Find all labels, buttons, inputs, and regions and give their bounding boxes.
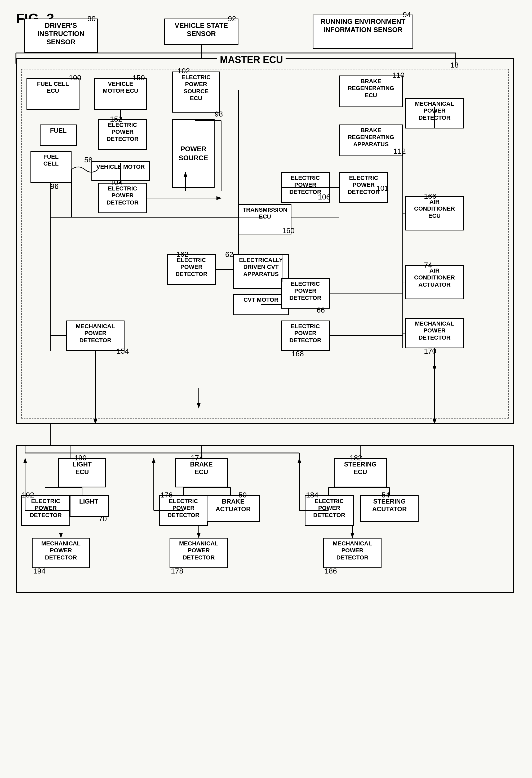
fuel-cell-ecu: FUEL CELLECU bbox=[26, 78, 79, 110]
page: FIG. 3 DRIVER'SINSTRUCTIONSENSOR 90 VEHI… bbox=[0, 0, 532, 778]
ref-94: 94 bbox=[403, 11, 411, 19]
steering-actuator: STEERINGACUTATOR bbox=[360, 495, 419, 522]
brake-ecu: BRAKEECU bbox=[175, 458, 228, 487]
ref-186: 186 bbox=[324, 567, 337, 575]
ref-190: 190 bbox=[74, 454, 87, 462]
ref-166: 166 bbox=[424, 192, 436, 201]
mechanical-power-detector-top: MECHANICALPOWERDETECTOR bbox=[405, 98, 464, 129]
ref-176: 176 bbox=[160, 491, 173, 499]
vehicle-motor: VEHICLE MOTOR bbox=[91, 161, 150, 181]
electric-power-detector-162: ELECTRICPOWERDETECTOR bbox=[167, 254, 216, 285]
mechanical-power-detector-air: MECHANICALPOWERDETECTOR bbox=[405, 318, 464, 348]
electric-power-source-ecu: ELECTRICPOWERSOURCEECU bbox=[172, 72, 220, 112]
ref-50: 50 bbox=[238, 491, 247, 499]
ref-102: 102 bbox=[177, 67, 190, 75]
ref-106: 106 bbox=[318, 193, 330, 201]
cvt-motor: CVT MOTOR bbox=[233, 294, 289, 315]
ref-154: 154 bbox=[117, 347, 129, 356]
ref-110: 110 bbox=[392, 71, 404, 79]
brake-actuator: BRAKEACTUATOR bbox=[207, 495, 260, 522]
mechanical-power-detector-154: MECHANICALPOWERDETECTOR bbox=[66, 320, 125, 351]
ref-178: 178 bbox=[171, 567, 183, 575]
ref-104: 104 bbox=[110, 178, 123, 187]
ref-96: 96 bbox=[50, 182, 59, 191]
ref-150: 150 bbox=[133, 74, 145, 82]
electric-power-detector-168: ELECTRICPOWERDETECTOR bbox=[281, 320, 330, 351]
ref-168: 168 bbox=[291, 349, 304, 358]
mechanical-power-detector-186: MECHANICALPOWERDETECTOR bbox=[323, 538, 382, 568]
air-conditioner-ecu: AIRCONDITIONERECU bbox=[405, 196, 464, 230]
ref-162: 162 bbox=[176, 250, 188, 258]
light-box: LIGHT bbox=[69, 495, 108, 517]
electrically-driven-cvt: ELECTRICALLYDRIVEN CVTAPPARATUS bbox=[233, 254, 289, 289]
driver-instruction-sensor: DRIVER'SINSTRUCTIONSENSOR bbox=[24, 18, 98, 53]
ref-90: 90 bbox=[87, 15, 96, 23]
ref-194: 194 bbox=[33, 567, 46, 575]
ref-170: 170 bbox=[424, 347, 436, 356]
ref-92: 92 bbox=[228, 15, 236, 23]
ref-70: 70 bbox=[98, 515, 107, 523]
ref-74: 74 bbox=[424, 261, 432, 269]
ref-98: 98 bbox=[215, 110, 223, 119]
ref-160: 160 bbox=[282, 227, 295, 235]
ref-66: 66 bbox=[317, 306, 325, 314]
electric-power-detector-184: ELECTRICPOWERDETECTOR bbox=[305, 495, 354, 526]
power-source: POWERSOURCE bbox=[172, 119, 215, 188]
fuel-cell-box: FUELCELL bbox=[30, 151, 72, 183]
electric-power-detector-66: ELECTRICPOWERDETECTOR bbox=[281, 278, 330, 309]
vehicle-state-sensor: VEHICLE STATESENSOR bbox=[164, 18, 238, 45]
brake-regenerating-apparatus: BRAKEREGENERATINGAPPARATUS bbox=[339, 125, 403, 156]
ref-184: 184 bbox=[306, 491, 318, 499]
electric-power-detector-176: ELECTRICPOWERDETECTOR bbox=[159, 495, 208, 526]
steering-ecu: STEERINGECU bbox=[334, 458, 387, 487]
mechanical-power-detector-194: MECHANICALPOWERDETECTOR bbox=[32, 538, 90, 568]
mechanical-power-detector-178: MECHANICALPOWERDETECTOR bbox=[169, 538, 228, 568]
air-conditioner-actuator: AIRCONDITIONERACTUATOR bbox=[405, 265, 464, 299]
electric-power-detector-152: ELECTRICPOWERDETECTOR bbox=[98, 119, 147, 150]
electric-power-detector-104: ELECTRICPOWERDETECTOR bbox=[98, 183, 147, 213]
fuel-box: FUEL bbox=[40, 125, 77, 146]
electric-power-detector-192: ELECTRICPOWERDETECTOR bbox=[21, 495, 70, 526]
ref-62: 62 bbox=[225, 250, 233, 259]
brake-regenerating-ecu: BRAKEREGENERATINGECU bbox=[339, 76, 403, 107]
ref-112: 112 bbox=[393, 147, 406, 155]
vehicle-motor-ecu: VEHICLEMOTOR ECU bbox=[94, 78, 147, 110]
ref-182: 182 bbox=[350, 454, 362, 462]
ref-192: 192 bbox=[22, 491, 34, 499]
master-ecu-label: MASTER ECU bbox=[217, 54, 286, 65]
light-ecu: LIGHTECU bbox=[58, 458, 106, 487]
ref-100: 100 bbox=[69, 74, 81, 82]
ref-174: 174 bbox=[191, 454, 203, 462]
ref-101: 101 bbox=[376, 184, 389, 192]
ref-54: 54 bbox=[382, 491, 390, 499]
ref-152: 152 bbox=[110, 115, 123, 124]
running-env-sensor: RUNNING ENVIRONMENTINFORMATION SENSOR bbox=[313, 15, 413, 49]
